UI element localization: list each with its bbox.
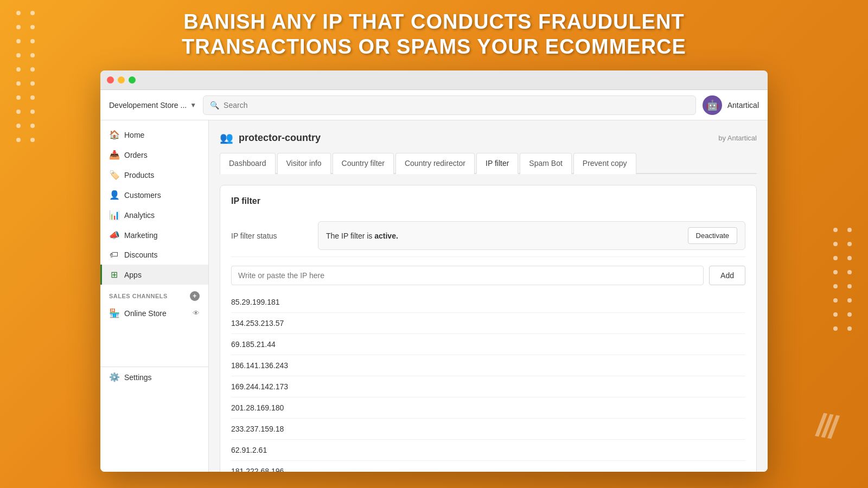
app-author: by Antartical — [718, 134, 757, 142]
card-title: IP filter — [231, 196, 745, 206]
ip-filter-card: IP filter IP filter status The IP filter… — [220, 185, 757, 472]
slash-decoration: /// — [813, 406, 838, 446]
sidebar-item-settings[interactable]: ⚙️ Settings — [100, 367, 208, 387]
home-icon: 🏠 — [109, 130, 119, 140]
sidebar-item-label: Apps — [124, 271, 142, 279]
products-icon: 🏷️ — [109, 170, 119, 180]
ip-filter-status-info: The IP filter is active. Deactivate — [318, 221, 745, 250]
hero-title: Banish any IP that conducts fraudulent t… — [0, 10, 868, 59]
username: Antartical — [727, 101, 759, 110]
list-item: 169.244.142.173 — [231, 376, 745, 397]
list-item: 85.29.199.181 — [231, 292, 745, 313]
list-item: 181.222.68.196 — [231, 461, 745, 472]
ip-filter-status-text: The IP filter is active. — [326, 232, 398, 240]
maximize-button[interactable] — [129, 76, 136, 84]
sidebar-item-marketing[interactable]: 📣 Marketing — [100, 225, 208, 245]
apps-icon: ⊞ — [109, 269, 119, 280]
sidebar-item-analytics[interactable]: 📊 Analytics — [100, 205, 208, 225]
ip-filter-status-label: IP filter status — [231, 232, 307, 240]
app-window: Developement Store ... ▼ 🔍 🤖 Antartical … — [100, 70, 768, 472]
sidebar-item-label: Online Store — [124, 309, 167, 318]
tab-country-filter[interactable]: Country filter — [333, 153, 394, 174]
search-bar: 🔍 — [203, 95, 696, 115]
tab-spam-bot[interactable]: Spam Bot — [520, 153, 571, 174]
add-sales-channel-button[interactable]: + — [190, 291, 200, 301]
sidebar-item-apps[interactable]: ⊞ Apps — [100, 265, 208, 285]
sidebar-item-discounts[interactable]: 🏷 Discounts — [100, 245, 208, 265]
analytics-icon: 📊 — [109, 210, 119, 220]
layout: 🏠 Home 📥 Orders 🏷️ Products 👤 Customers … — [100, 120, 768, 472]
dropdown-arrow-icon: ▼ — [190, 101, 196, 109]
customers-icon: 👤 — [109, 190, 119, 200]
list-item: 62.91.2.61 — [231, 440, 745, 461]
sidebar-item-label: Analytics — [124, 211, 155, 220]
sidebar-item-label: Marketing — [124, 231, 157, 240]
sidebar-item-label: Products — [124, 171, 154, 179]
main-content: 👥 protector-country by Antartical Dashbo… — [209, 120, 768, 472]
list-item: 186.141.136.243 — [231, 355, 745, 376]
sidebar-item-label: Settings — [124, 373, 152, 382]
list-item: 233.237.159.18 — [231, 419, 745, 440]
deactivate-button[interactable]: Deactivate — [688, 227, 737, 244]
topbar: Developement Store ... ▼ 🔍 🤖 Antartical — [100, 90, 768, 120]
sidebar-item-customers[interactable]: 👤 Customers — [100, 185, 208, 205]
avatar: 🤖 — [703, 95, 722, 115]
ip-input[interactable] — [231, 266, 704, 285]
eye-icon: 👁 — [193, 309, 200, 317]
marketing-icon: 📣 — [109, 230, 119, 240]
sidebar-item-products[interactable]: 🏷️ Products — [100, 165, 208, 185]
sidebar-item-online-store[interactable]: 🏪 Online Store 👁 — [100, 303, 208, 323]
search-input[interactable] — [224, 101, 689, 110]
user-area: 🤖 Antartical — [703, 95, 759, 115]
search-icon: 🔍 — [210, 101, 219, 110]
sidebar-item-orders[interactable]: 📥 Orders — [100, 145, 208, 165]
app-logo-icon: 👥 — [220, 131, 233, 144]
sidebar-item-label: Customers — [124, 191, 161, 200]
add-ip-button[interactable]: Add — [709, 266, 745, 285]
ip-filter-status-row: IP filter status The IP filter is active… — [231, 215, 745, 257]
orders-icon: 📥 — [109, 150, 119, 160]
sidebar-item-label: Orders — [124, 151, 148, 159]
list-item: 201.28.169.180 — [231, 397, 745, 419]
online-store-icon: 🏪 — [109, 308, 119, 318]
app-title-area: 👥 protector-country — [220, 131, 321, 144]
store-selector[interactable]: Developement Store ... ▼ — [109, 101, 196, 110]
app-header: 👥 protector-country by Antartical — [220, 131, 757, 144]
settings-icon: ⚙️ — [109, 372, 119, 382]
sidebar: 🏠 Home 📥 Orders 🏷️ Products 👤 Customers … — [100, 120, 209, 472]
discounts-icon: 🏷 — [109, 250, 119, 260]
dots-right-decoration — [833, 228, 852, 331]
tab-country-redirector[interactable]: Country redirector — [395, 153, 475, 174]
minimize-button[interactable] — [118, 76, 125, 84]
sales-channels-section: SALES CHANNELS + — [100, 285, 208, 303]
tab-visitor-info[interactable]: Visitor info — [277, 153, 331, 174]
tab-dashboard[interactable]: Dashboard — [220, 153, 276, 174]
titlebar — [100, 70, 768, 90]
app-title: protector-country — [239, 132, 321, 144]
tab-bar: Dashboard Visitor info Country filter Co… — [220, 153, 757, 174]
sidebar-item-label: Discounts — [124, 251, 157, 259]
list-item: 69.185.21.44 — [231, 334, 745, 355]
ip-input-row: Add — [231, 266, 745, 285]
sidebar-item-label: Home — [124, 131, 144, 139]
tab-ip-filter[interactable]: IP filter — [476, 153, 518, 174]
close-button[interactable] — [107, 76, 114, 84]
tab-prevent-copy[interactable]: Prevent copy — [573, 153, 636, 174]
sidebar-item-home[interactable]: 🏠 Home — [100, 125, 208, 145]
ip-list: 85.29.199.181134.253.213.5769.185.21.441… — [231, 292, 745, 472]
list-item: 134.253.213.57 — [231, 313, 745, 334]
store-name: Developement Store ... — [109, 101, 187, 110]
